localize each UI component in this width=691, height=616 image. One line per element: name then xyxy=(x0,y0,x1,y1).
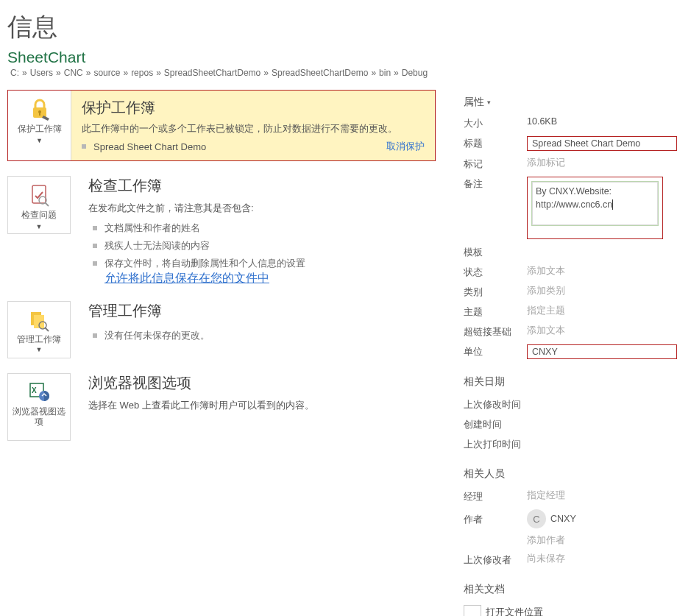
prop-category-label: 类别 xyxy=(464,285,527,299)
prop-company-label: 单位 xyxy=(464,344,527,358)
prop-printed-label: 上次打印时间 xyxy=(464,437,537,451)
protect-title: 保护工作簿 xyxy=(82,98,425,118)
prop-subject-label: 主题 xyxy=(464,305,527,319)
inspect-desc: 在发布此文件之前，请注意其是否包含: xyxy=(88,202,442,215)
avatar: C xyxy=(527,509,546,528)
prop-hyperlink-label: 超链接基础 xyxy=(464,325,527,339)
list-item: 保存文件时，将自动删除属性和个人信息的设置 xyxy=(88,255,442,272)
prop-manager-label: 经理 xyxy=(464,489,527,503)
inspect-bullets: 文档属性和作者的姓名残疾人士无法阅读的内容保存文件时，将自动删除属性和个人信息的… xyxy=(88,219,442,272)
list-item: 文档属性和作者的姓名 xyxy=(88,219,442,237)
unprotect-link[interactable]: 取消保护 xyxy=(386,140,425,153)
chevron-down-icon: ▼ xyxy=(36,223,43,230)
browser-view-button[interactable]: X 浏览器视图选项 xyxy=(7,373,71,441)
manage-workbook-button[interactable]: 管理工作簿 ▼ xyxy=(7,301,71,358)
doc-name: SheetChart xyxy=(7,49,684,66)
protect-workbook-button[interactable]: 保护工作簿 ▼ xyxy=(8,91,71,160)
svg-line-5 xyxy=(45,202,49,206)
prop-subject-value[interactable]: 指定主题 xyxy=(527,305,677,317)
prop-author-value[interactable]: C CNXY xyxy=(527,509,677,528)
manage-icon xyxy=(26,308,52,333)
related-dates-heading: 相关日期 xyxy=(464,375,677,389)
chevron-down-icon: ▼ xyxy=(36,346,43,353)
prop-created-label: 创建时间 xyxy=(464,417,537,431)
browser-view-desc: 选择在 Web 上查看此工作簿时用户可以看到的内容。 xyxy=(88,399,442,412)
check-issues-label: 检查问题 xyxy=(21,209,57,222)
protect-workbook-label: 保护工作簿 xyxy=(18,123,62,135)
prop-status-label: 状态 xyxy=(464,265,527,279)
prop-lastmodby-value: 尚未保存 xyxy=(527,553,677,565)
manage-title: 管理工作簿 xyxy=(88,301,442,321)
svg-line-9 xyxy=(45,328,49,331)
breadcrumb-segment[interactable]: Users xyxy=(30,68,53,78)
browser-view-icon: X xyxy=(26,380,52,405)
lock-icon xyxy=(27,96,52,121)
prop-category-value[interactable]: 添加类别 xyxy=(527,285,677,297)
add-author[interactable]: 添加作者 xyxy=(527,534,677,547)
manage-workbook-label: 管理工作簿 xyxy=(17,334,61,344)
page-title: 信息 xyxy=(7,10,684,44)
breadcrumb-segment[interactable]: C: xyxy=(10,68,19,78)
browser-view-title: 浏览器视图选项 xyxy=(88,373,442,393)
prop-company-value[interactable]: CNXY xyxy=(527,344,677,359)
breadcrumb-segment[interactable]: SpreadSheetChartDemo xyxy=(272,68,368,78)
chevron-down-icon: ▼ xyxy=(36,137,43,144)
chevron-down-icon: ▾ xyxy=(487,99,491,106)
protect-workbook-block: 保护工作簿 ▼ 保护工作簿 此工作簿中的一个或多个工作表已被锁定，防止对数据进行… xyxy=(7,90,436,161)
prop-title-value[interactable]: Spread Sheet Chart Demo xyxy=(527,136,677,151)
browser-view-label: 浏览器视图选项 xyxy=(10,406,68,428)
related-people-heading: 相关人员 xyxy=(464,467,677,481)
related-docs-heading: 相关文档 xyxy=(464,583,677,596)
protect-desc: 此工作簿中的一个或多个工作表已被锁定，防止对数据进行不需要的更改。 xyxy=(82,122,425,135)
inspect-title: 检查工作簿 xyxy=(88,176,442,196)
properties-heading[interactable]: 属性▾ xyxy=(464,96,677,109)
prop-lastmodby-label: 上次修改者 xyxy=(464,553,527,567)
check-issues-button[interactable]: 检查问题 ▼ xyxy=(7,176,71,234)
breadcrumb-segment[interactable]: repos xyxy=(131,68,153,78)
open-file-location-button[interactable]: 打开文件位置 xyxy=(464,605,677,616)
prop-title-label: 标题 xyxy=(464,136,527,150)
folder-icon xyxy=(464,605,481,616)
prop-author-label: 作者 xyxy=(464,512,527,526)
prop-comments-label: 备注 xyxy=(464,177,527,191)
locked-sheet-name: Spread Sheet Chart Demo xyxy=(82,141,206,152)
prop-comments-value[interactable]: By CNXY.Website: http://www.cnc6.cn xyxy=(527,177,663,239)
breadcrumb: C: » Users » CNC » source » repos » Spre… xyxy=(10,68,684,78)
prop-hyperlink-value[interactable]: 添加文本 xyxy=(527,325,677,337)
list-item: 没有任何未保存的更改。 xyxy=(88,327,442,344)
allow-save-link[interactable]: 允许将此信息保存在您的文件中 xyxy=(104,272,269,284)
prop-manager-value[interactable]: 指定经理 xyxy=(527,489,677,502)
svg-text:X: X xyxy=(32,386,37,394)
breadcrumb-segment[interactable]: bin xyxy=(379,68,391,78)
breadcrumb-segment[interactable]: CNC xyxy=(64,68,83,78)
svg-rect-2 xyxy=(39,113,40,116)
prop-template-label: 模板 xyxy=(464,245,527,259)
prop-tags-value[interactable]: 添加标记 xyxy=(527,157,677,169)
inspect-icon xyxy=(26,183,52,208)
prop-status-value[interactable]: 添加文本 xyxy=(527,265,677,277)
list-item: 残疾人士无法阅读的内容 xyxy=(88,237,442,255)
breadcrumb-segment[interactable]: source xyxy=(93,68,120,78)
breadcrumb-segment[interactable]: Debug xyxy=(402,68,428,78)
prop-size-value: 10.6KB xyxy=(527,116,677,127)
breadcrumb-segment[interactable]: SpreadSheetChartDemo xyxy=(164,68,261,78)
prop-modified-label: 上次修改时间 xyxy=(464,397,537,411)
prop-size-label: 大小 xyxy=(464,116,527,130)
prop-tags-label: 标记 xyxy=(464,157,527,171)
manage-bullets: 没有任何未保存的更改。 xyxy=(88,327,442,344)
